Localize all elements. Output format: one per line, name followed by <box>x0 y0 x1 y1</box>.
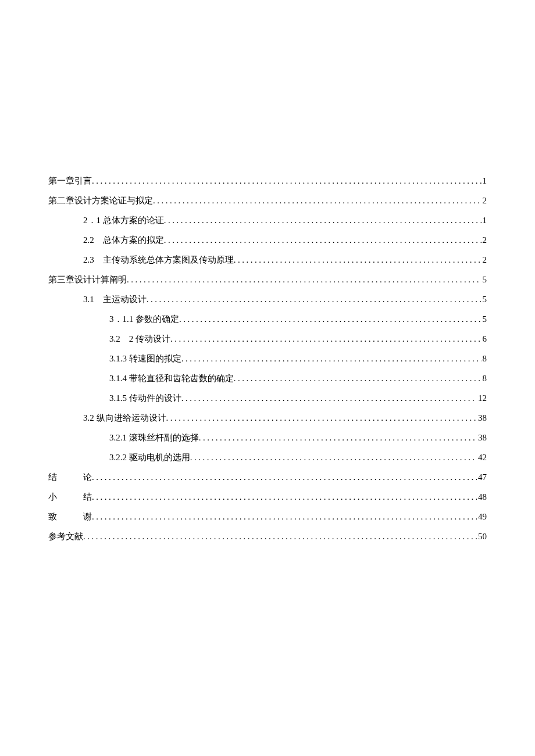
toc-leader <box>181 354 482 364</box>
toc-page-number: 1 <box>482 176 487 186</box>
toc-leader <box>199 433 477 443</box>
toc-page-number: 1 <box>482 216 487 225</box>
toc-leader <box>181 393 477 403</box>
toc-entry: 3.1.3 转速图的拟定 8 <box>48 353 487 363</box>
toc-entry: 致谢 49 <box>48 511 487 521</box>
toc-page-number: 38 <box>477 413 487 423</box>
toc-page-number: 47 <box>477 472 487 482</box>
toc-page-number: 48 <box>477 492 487 502</box>
toc-leader <box>190 453 477 463</box>
toc-entry: 第二章设计方案论证与拟定 2 <box>48 195 487 205</box>
toc-entry: 3.1.4 带轮直径和齿轮齿数的确定 8 <box>48 373 487 383</box>
toc-label: 第三章设计计算阐明 <box>48 274 127 285</box>
toc-label: 小结 <box>48 492 92 503</box>
toc-page-number: 2 <box>482 235 487 245</box>
toc-label: 参考文献 <box>48 531 83 542</box>
toc-label: 2.2 总体方案的拟定 <box>83 235 164 246</box>
toc-page-number: 2 <box>482 255 487 265</box>
toc-page-number: 5 <box>482 275 487 285</box>
document-page: 第一章引言 1 第二章设计方案论证与拟定 2 2．1 总体方案的论证 1 2.2… <box>0 0 535 756</box>
toc-leader <box>234 374 482 384</box>
toc-entry: 2.2 总体方案的拟定 2 <box>48 235 487 245</box>
toc-entry: 参考文献 50 <box>48 531 487 541</box>
toc-leader <box>179 314 482 324</box>
toc-label: 致谢 <box>48 511 92 522</box>
toc-label: 3.1.4 带轮直径和齿轮齿数的确定 <box>109 373 234 384</box>
toc-label: 3．1.1 参数的确定 <box>109 314 179 325</box>
toc-leader <box>83 532 477 542</box>
toc-page-number: 42 <box>477 453 487 463</box>
toc-label: 结论 <box>48 472 92 483</box>
toc-label-part: 小 <box>48 492 83 503</box>
toc-page-number: 50 <box>477 532 487 542</box>
toc-label-part: 论 <box>83 472 92 482</box>
toc-entry: 3.2.1 滚珠丝杆副的选择 38 <box>48 432 487 442</box>
toc-page-number: 12 <box>477 393 487 403</box>
toc-entry: 3.1 主运动设计 5 <box>48 294 487 304</box>
toc-leader <box>92 176 482 186</box>
toc-leader <box>164 216 482 225</box>
toc-label-part: 结 <box>48 472 83 483</box>
toc-page-number: 49 <box>477 512 487 522</box>
toc-label: 3.2.1 滚珠丝杆副的选择 <box>109 432 199 443</box>
toc-leader <box>127 275 482 285</box>
toc-entry: 第三章设计计算阐明 5 <box>48 274 487 284</box>
toc-leader <box>92 472 477 482</box>
toc-leader <box>170 334 482 344</box>
toc-entry: 小结 48 <box>48 492 487 501</box>
toc-entry: 3.2 2 传动设计 6 <box>48 334 487 343</box>
toc-page-number: 8 <box>482 374 487 384</box>
toc-leader <box>92 512 477 522</box>
toc-leader <box>164 235 482 245</box>
toc-label: 3.1 主运动设计 <box>83 294 147 305</box>
toc-label: 2.3 主传动系统总体方案图及传动原理 <box>83 255 234 266</box>
toc-entry: 第一章引言 1 <box>48 175 487 185</box>
toc-label-part: 谢 <box>83 512 92 521</box>
toc-leader <box>92 492 477 502</box>
toc-label: 3.2.2 驱动电机的选用 <box>109 452 190 463</box>
toc-leader <box>234 255 482 265</box>
toc-label: 3.1.5 传动件的设计 <box>109 393 181 404</box>
toc-entry: 2.3 主传动系统总体方案图及传动原理 2 <box>48 255 487 264</box>
toc-leader <box>147 295 482 304</box>
toc-entry: 结论 47 <box>48 472 487 482</box>
toc-label-part: 结 <box>83 492 92 501</box>
toc-entry: 2．1 总体方案的论证 1 <box>48 215 487 225</box>
toc-label: 3.2 纵向进给运动设计 <box>83 413 166 424</box>
toc-page-number: 5 <box>482 314 487 324</box>
toc-label-part: 致 <box>48 511 83 522</box>
toc-leader <box>153 196 482 206</box>
toc-page-number: 8 <box>482 354 487 364</box>
toc-label: 3.1.3 转速图的拟定 <box>109 353 181 364</box>
toc-entry: 3.1.5 传动件的设计 12 <box>48 393 487 403</box>
toc-page-number: 38 <box>477 433 487 443</box>
table-of-contents: 第一章引言 1 第二章设计方案论证与拟定 2 2．1 总体方案的论证 1 2.2… <box>48 175 487 541</box>
toc-entry: 3.2 纵向进给运动设计 38 <box>48 413 487 422</box>
toc-page-number: 5 <box>482 295 487 304</box>
toc-page-number: 6 <box>482 334 487 344</box>
toc-entry: 3．1.1 参数的确定 5 <box>48 314 487 324</box>
toc-label: 3.2 2 传动设计 <box>109 334 170 345</box>
toc-label: 第一章引言 <box>48 175 92 187</box>
toc-page-number: 2 <box>482 196 487 206</box>
toc-entry: 3.2.2 驱动电机的选用 42 <box>48 452 487 462</box>
toc-label: 2．1 总体方案的论证 <box>83 215 164 226</box>
toc-label: 第二章设计方案论证与拟定 <box>48 195 153 206</box>
toc-leader <box>166 413 477 423</box>
